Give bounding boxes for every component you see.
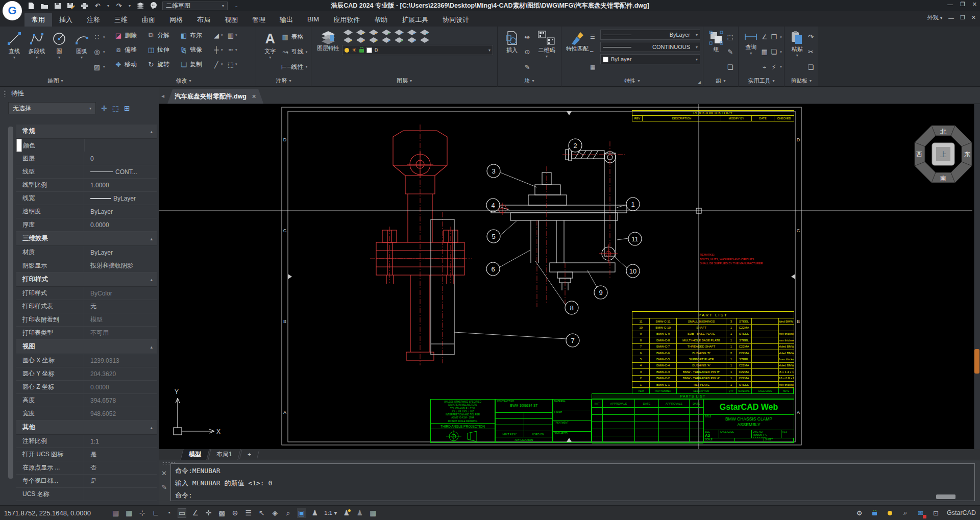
new-file-icon[interactable] xyxy=(27,2,36,10)
tab-home[interactable]: 常用 xyxy=(24,13,52,27)
polar-tracking-icon[interactable]: ◔ xyxy=(164,508,173,518)
match-properties-tool[interactable]: 特性匹配 xyxy=(565,29,590,76)
qrcode-tool[interactable]: 二维码▾ xyxy=(534,29,559,76)
hatch-tool-icon[interactable]: ▨▾ xyxy=(93,60,105,73)
layer-state-icon[interactable] xyxy=(395,37,404,43)
tab-layout1[interactable]: 布局1 xyxy=(208,449,240,460)
grid-paper-icon[interactable]: ▦ xyxy=(125,508,133,518)
panel-properties[interactable]: 特性▾ ◢ xyxy=(561,76,703,86)
isolate-objects-icon[interactable]: ◈ xyxy=(271,508,279,518)
qat-customize-icon[interactable]: ⌄ xyxy=(232,2,241,10)
section-view[interactable]: 视图▴ xyxy=(16,340,157,354)
break-tool[interactable]: ╱▾ xyxy=(212,58,227,71)
tab-manage[interactable]: 管理 xyxy=(245,13,273,27)
zoom-selection-icon[interactable]: ⌕ xyxy=(284,508,292,518)
polyline-tool[interactable]: 多段线▾ xyxy=(26,29,48,76)
leader-tool[interactable]: ↝引线▾ xyxy=(281,45,309,59)
move-tool[interactable]: ✥移动 xyxy=(114,58,147,71)
document-tab[interactable]: 汽车底盘夹钳零配件.dwg ✕ xyxy=(167,89,263,104)
annotation-scale-value[interactable]: 1:1 ▾ xyxy=(324,508,337,518)
line-tool[interactable]: 直线▾ xyxy=(3,29,26,76)
insert-block-tool[interactable]: 插入 xyxy=(501,29,523,76)
undo-icon[interactable]: ↶ xyxy=(93,2,102,10)
tab-annotate[interactable]: 注释 xyxy=(80,13,107,27)
edit-block-tool[interactable]: ✎ xyxy=(523,60,534,73)
quick-select-button[interactable]: ⊞ xyxy=(124,104,130,112)
layer-state-icon[interactable] xyxy=(369,37,378,43)
edit-array-tool[interactable]: ⬚▾ xyxy=(227,58,241,71)
tab-close-icon[interactable]: ✕ xyxy=(252,93,256,100)
point-tools-icon[interactable]: ∷▾ xyxy=(93,31,105,44)
ortho-mode-icon[interactable]: ∟ xyxy=(151,508,160,518)
effects-rows[interactable]: 材质ByLayer阴影显示投射和接收阴影 xyxy=(16,246,157,273)
tab-layout[interactable]: 布局 xyxy=(190,13,217,27)
layer-state-icon[interactable] xyxy=(382,37,391,43)
rotate-tool[interactable]: ↻旋转 xyxy=(147,58,180,71)
layer-state-icon[interactable] xyxy=(420,30,429,35)
layer-state-icon[interactable] xyxy=(369,30,378,35)
cut-icon[interactable]: ✂ xyxy=(806,45,816,59)
layer-properties-tool[interactable]: 图层特性 xyxy=(314,29,342,76)
dynamic-ucs-icon[interactable]: ✛ xyxy=(204,508,213,518)
add-layout-button[interactable]: + xyxy=(239,450,259,459)
tab-surface[interactable]: 曲面 xyxy=(135,13,162,27)
linear-dim-tool[interactable]: ⊢⊣线性▾ xyxy=(281,60,309,73)
color-dropdown[interactable]: ByLayer▾ xyxy=(600,54,700,64)
tab-scroll-left-icon[interactable]: ◂ xyxy=(161,92,164,100)
command-scroll-thumb[interactable] xyxy=(936,494,955,499)
search-icon[interactable]: ⌕ xyxy=(901,508,910,518)
tab-bim[interactable]: BIM xyxy=(300,13,326,27)
explode-tool[interactable]: ⧉分解 xyxy=(147,29,180,42)
layer-state-icon[interactable] xyxy=(407,37,416,43)
paste-tool[interactable]: 粘贴▾ xyxy=(788,29,806,76)
save-as-icon[interactable] xyxy=(66,2,76,10)
paste-special-icon[interactable]: ↷ xyxy=(806,31,816,44)
doc-restore-button[interactable]: ❐ xyxy=(960,14,965,21)
edit-group-tool[interactable]: ✎ xyxy=(726,45,736,59)
layer-state-icon[interactable] xyxy=(395,30,404,35)
auto-annotation-icon[interactable]: ♟ xyxy=(355,508,364,518)
selection-dropdown[interactable]: 无选择▾ xyxy=(8,102,96,114)
annotation-visibility-icon[interactable]: ♟ xyxy=(342,508,351,518)
circle-tools-icon[interactable]: ◎▾ xyxy=(93,45,105,59)
maximize-button[interactable]: ❐ xyxy=(960,1,965,8)
grid-model-icon[interactable]: ▦ xyxy=(111,508,120,518)
section-3d-effects[interactable]: 三维效果▴ xyxy=(16,232,157,246)
command-close-icon[interactable]: ✕ xyxy=(161,469,167,477)
offset-tool[interactable]: ⧈偏移 xyxy=(114,43,147,57)
panel-draw[interactable]: 绘图▾ xyxy=(0,76,111,86)
object-snap-icon[interactable]: ⊕ xyxy=(231,508,239,518)
tab-output[interactable]: 输出 xyxy=(273,13,300,27)
toggle-pickadd-button[interactable]: ✛ xyxy=(101,104,107,112)
section-plot-style[interactable]: 打印样式▴ xyxy=(16,273,157,287)
tab-apps[interactable]: 应用软件 xyxy=(326,13,367,27)
layer-state-icon[interactable] xyxy=(356,37,365,43)
angle-measure-tool[interactable]: ∠ xyxy=(761,31,770,44)
unlock-icon[interactable] xyxy=(870,508,879,518)
ungroup-tool[interactable]: ⬚ xyxy=(726,31,736,44)
circle-tool[interactable]: 圆▾ xyxy=(48,29,70,76)
panel-annotate[interactable]: 注释▾ xyxy=(256,76,311,86)
tab-3d[interactable]: 三维 xyxy=(107,13,135,27)
lineweight-display-icon[interactable]: ☰ xyxy=(244,508,253,518)
palette-grip-icon[interactable] xyxy=(4,89,6,97)
properties-scrollbar[interactable] xyxy=(8,127,13,479)
tab-insert[interactable]: 插入 xyxy=(52,13,80,27)
print-icon[interactable] xyxy=(80,2,89,10)
redo-dropdown-icon[interactable]: ▾ xyxy=(128,2,132,10)
table-tool[interactable]: ▦表格 xyxy=(281,31,309,44)
panel-block[interactable]: 块▾ xyxy=(498,76,561,86)
properties-launcher-icon[interactable]: ◢ xyxy=(698,80,701,85)
snap-mode-icon[interactable]: ⊹ xyxy=(138,508,146,518)
canvas-scrollbar[interactable] xyxy=(974,104,980,449)
chat-icon[interactable] xyxy=(149,2,158,10)
panel-modify[interactable]: 修改▾ xyxy=(111,76,256,86)
fillet-tool[interactable]: ◢▾ xyxy=(212,29,227,42)
tab-view[interactable]: 视图 xyxy=(217,13,245,27)
open-file-icon[interactable] xyxy=(40,2,49,10)
panel-clipboard[interactable]: 剪贴板▾ xyxy=(785,76,818,86)
quick-select-tools[interactable]: ⚡▾ xyxy=(770,60,782,73)
canvas-scrollbar-thumb[interactable] xyxy=(974,349,979,374)
lineweight-dropdown[interactable]: ByLayer▾ xyxy=(600,30,700,40)
gstarcad-logo-icon[interactable]: G xyxy=(3,1,22,20)
